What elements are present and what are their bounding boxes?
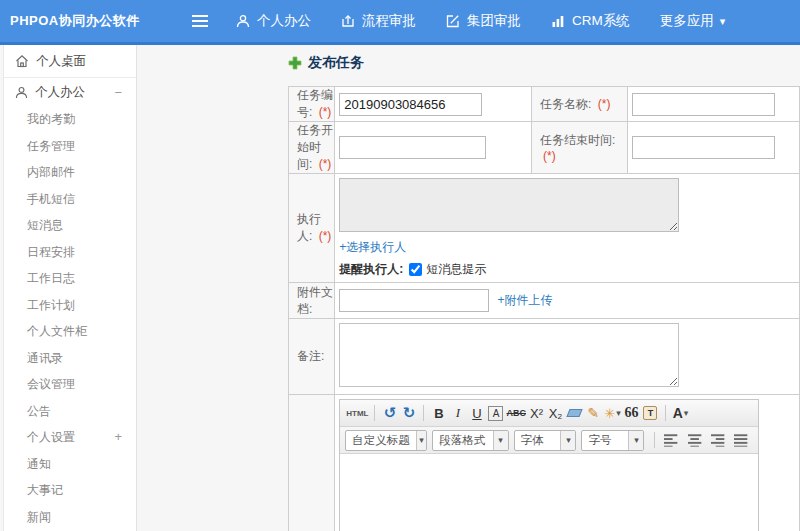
field-label: 任务名称: xyxy=(540,97,591,111)
blockquote-button[interactable]: 66 xyxy=(623,403,640,423)
nav-label: 集团审批 xyxy=(467,12,521,30)
sidebar-item-notice[interactable]: 通知 xyxy=(4,451,136,478)
sms-remind-checkbox[interactable] xyxy=(409,263,422,276)
sidebar-item-schedule[interactable]: 日程安排 xyxy=(4,239,136,266)
caret-down-icon: ▾ xyxy=(493,431,508,450)
sidebar-item-task-management[interactable]: 任务管理 xyxy=(4,133,136,160)
field-label: 附件文档: xyxy=(297,285,333,316)
nav-label: 个人办公 xyxy=(257,12,311,30)
task-no-input[interactable] xyxy=(339,93,482,116)
paste-text-icon[interactable]: T xyxy=(642,403,659,423)
required-marker: (*) xyxy=(319,157,332,171)
font-color-button[interactable]: A▾ xyxy=(672,403,689,423)
rich-text-editor: HTML ↺ ↻ B I U A ABC X² X₂ ✎ xyxy=(339,399,759,531)
sidebar-item-meeting-management[interactable]: 会议管理 xyxy=(4,371,136,398)
menu-toggle-icon[interactable] xyxy=(192,15,210,27)
user-icon xyxy=(236,14,250,28)
attachment-input[interactable] xyxy=(339,289,489,312)
eraser-icon[interactable] xyxy=(566,403,583,423)
sidebar-item-address-book[interactable]: 通讯录 xyxy=(4,345,136,372)
editor-content-area[interactable] xyxy=(340,454,758,531)
sidebar-item-label: 个人桌面 xyxy=(36,53,86,70)
redo-icon[interactable]: ↻ xyxy=(400,403,417,423)
app-logo: PHPOA协同办公软件 xyxy=(0,12,140,30)
home-icon xyxy=(15,54,29,68)
font-size-select[interactable]: 字号 ▾ xyxy=(581,430,644,451)
sidebar-item-my-attendance[interactable]: 我的考勤 xyxy=(4,106,136,133)
field-label: 执行人: xyxy=(297,212,321,243)
sidebar-item-announcement[interactable]: 公告 xyxy=(4,398,136,425)
remark-textarea[interactable] xyxy=(339,323,679,387)
nav-workflow-approval[interactable]: 流程审批 xyxy=(341,12,416,30)
caret-down-icon: ▾ xyxy=(616,408,621,418)
page-title: 发布任务 xyxy=(288,54,364,72)
sidebar-item-news[interactable]: 新闻 xyxy=(4,504,136,531)
start-time-label-cell: 任务开始时间: (*) xyxy=(289,122,335,174)
paragraph-format-select[interactable]: 段落格式 ▾ xyxy=(432,430,508,451)
task-form-table: 任务编号: (*) 任务名称: (*) 任务开始时间: (*) xyxy=(288,86,800,531)
sidebar-item-work-plan[interactable]: 工作计划 xyxy=(4,292,136,319)
sidebar-item-major-events[interactable]: 大事记 xyxy=(4,477,136,504)
nav-personal-office[interactable]: 个人办公 xyxy=(236,12,311,30)
task-name-input[interactable] xyxy=(632,93,775,116)
nav-more-apps[interactable]: 更多应用 ▾ xyxy=(660,12,726,30)
caret-down-icon: ▾ xyxy=(684,408,689,418)
bold-button[interactable]: B xyxy=(430,403,447,423)
sidebar-item-personal-desktop[interactable]: 个人桌面 xyxy=(4,45,136,78)
undo-icon[interactable]: ↺ xyxy=(381,403,398,423)
add-plus-icon xyxy=(288,56,302,70)
attachment-label-cell: 附件文档: xyxy=(289,283,335,319)
required-marker: (*) xyxy=(543,149,556,163)
strikethrough-button[interactable]: ABC xyxy=(506,403,526,423)
align-justify-icon[interactable] xyxy=(734,433,749,447)
edit-icon xyxy=(446,14,460,28)
required-marker: (*) xyxy=(319,229,332,243)
user-icon xyxy=(15,86,28,99)
sms-remind-label: 短消息提示 xyxy=(426,261,486,278)
sidebar-item-personal-settings[interactable]: 个人设置 + xyxy=(4,424,136,451)
nav-group-approval[interactable]: 集团审批 xyxy=(446,12,521,30)
subscript-button[interactable]: X₂ xyxy=(547,403,564,423)
html-source-button[interactable]: HTML xyxy=(346,403,368,423)
sidebar-item-work-log[interactable]: 工作日志 xyxy=(4,265,136,292)
italic-button[interactable]: I xyxy=(449,403,466,423)
font-family-select[interactable]: 字体 ▾ xyxy=(514,430,577,451)
caret-down-icon: ▾ xyxy=(720,15,726,28)
sidebar-item-label: 个人办公 xyxy=(35,84,85,101)
end-time-input[interactable] xyxy=(632,136,775,159)
choose-executor-link[interactable]: +选择执行人 xyxy=(339,240,406,254)
sidebar-item-internal-mail[interactable]: 内部邮件 xyxy=(4,159,136,186)
sidebar-item-mobile-sms[interactable]: 手机短信 xyxy=(4,186,136,213)
format-brush-icon[interactable]: ✎ xyxy=(585,403,602,423)
remind-executor-label: 提醒执行人: xyxy=(339,261,403,278)
font-background-button[interactable]: A xyxy=(487,403,504,423)
collapse-minus-icon[interactable]: − xyxy=(114,85,122,100)
top-header: PHPOA协同办公软件 个人办公 流程审批 集团审批 CRM系统 xyxy=(0,0,800,45)
field-label: 备注: xyxy=(297,349,324,363)
superscript-button[interactable]: X² xyxy=(528,403,545,423)
nav-label: 更多应用 xyxy=(660,12,714,30)
align-center-icon[interactable] xyxy=(688,433,703,447)
required-marker: (*) xyxy=(319,105,332,119)
start-time-input[interactable] xyxy=(339,136,486,159)
expand-plus-icon[interactable]: + xyxy=(114,424,122,451)
auto-format-icon[interactable]: ✳▾ xyxy=(604,403,621,423)
sidebar-item-personal-office[interactable]: 个人办公 − xyxy=(4,78,136,106)
nav-crm-system[interactable]: CRM系统 xyxy=(551,12,630,30)
task-name-label-cell: 任务名称: (*) xyxy=(532,87,628,122)
align-left-icon[interactable] xyxy=(664,433,679,447)
sidebar-item-personal-file-cabinet[interactable]: 个人文件柜 xyxy=(4,318,136,345)
main-content: 发布任务 任务编号: (*) 任务名称: (*) 任务开始时间: xyxy=(139,45,800,531)
end-time-label-cell: 任务结束时间: (*) xyxy=(532,122,628,174)
editor-toolbar-row2: 自定义标题 ▾ 段落格式 ▾ 字体 ▾ 字号 ▾ xyxy=(340,427,758,454)
align-right-icon[interactable] xyxy=(711,433,726,447)
approval-icon xyxy=(341,14,355,28)
executor-textarea[interactable] xyxy=(339,178,679,232)
attachment-upload-link[interactable]: +附件上传 xyxy=(498,293,553,307)
custom-title-select[interactable]: 自定义标题 ▾ xyxy=(345,430,427,451)
editor-toolbar-row1: HTML ↺ ↻ B I U A ABC X² X₂ ✎ xyxy=(340,400,758,427)
sidebar-item-short-message[interactable]: 短消息 xyxy=(4,212,136,239)
underline-button[interactable]: U xyxy=(468,403,485,423)
chart-icon xyxy=(551,14,565,28)
sidebar-submenu: 我的考勤 任务管理 内部邮件 手机短信 短消息 日程安排 工作日志 工作计划 个… xyxy=(4,106,136,531)
